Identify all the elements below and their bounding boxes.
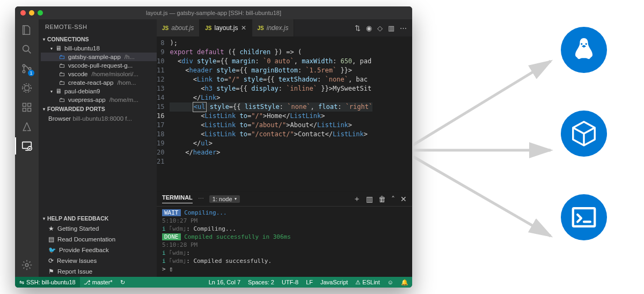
- extensions-icon[interactable]: [20, 101, 33, 114]
- svg-point-1: [23, 64, 25, 67]
- ssh-host[interactable]: ▾ 🖥 bill-ubuntu18: [41, 44, 157, 53]
- svg-point-4: [23, 84, 32, 93]
- help-issues[interactable]: ⟳ Review Issues: [39, 255, 157, 266]
- activity-bar: 1: [15, 19, 39, 277]
- feedback-icon[interactable]: ☺: [384, 279, 397, 285]
- remote-indicator[interactable]: ⇋SSH: bill-ubuntu18: [15, 277, 80, 288]
- settings-gear-icon[interactable]: [20, 259, 33, 271]
- tab-actions: ⇅ ◉ ◇ ▥ ⋯: [355, 19, 412, 36]
- help-report[interactable]: ⚑ Report Issue: [39, 266, 157, 277]
- editor-tabs: JS about.jsJS layout.js ✕JS index.js ⇅ ◉…: [157, 19, 412, 36]
- eslint-status[interactable]: ⚠ESLint: [352, 279, 383, 286]
- remote-folder[interactable]: 🗀 vscode/home/misolori/...: [41, 70, 157, 78]
- star-icon: ★: [48, 225, 54, 232]
- remote-explorer-icon[interactable]: [20, 139, 33, 152]
- help-book[interactable]: ▤ Read Documentation: [39, 234, 157, 245]
- new-terminal-icon[interactable]: ＋: [353, 194, 361, 204]
- svg-rect-6: [23, 104, 26, 107]
- svg-rect-16: [573, 208, 595, 226]
- linux-icon: [561, 27, 607, 73]
- ssh-host[interactable]: ▾ 🖥 paul-debian9: [41, 87, 157, 95]
- svg-rect-8: [28, 108, 31, 112]
- terminal-selector[interactable]: 1: node ▾: [209, 195, 240, 203]
- folder-icon: 🗀: [59, 54, 65, 60]
- container-icon: [561, 111, 607, 157]
- sidebar-remote-ssh: REMOTE-SSH ▾CONNECTIONS ▾ 🖥 bill-ubuntu1…: [39, 19, 157, 277]
- svg-point-5: [24, 85, 29, 90]
- open-changes-icon[interactable]: ◇: [377, 24, 383, 32]
- search-icon[interactable]: [20, 43, 33, 56]
- tab-about-js[interactable]: JS about.js: [157, 19, 200, 36]
- cursor-position[interactable]: Ln 16, Col 7: [205, 279, 244, 285]
- status-bar: ⇋SSH: bill-ubuntu18 ⎇master* ↻ Ln 16, Co…: [15, 277, 412, 288]
- book-icon: ▤: [48, 236, 54, 243]
- panel-more-icon[interactable]: ⋯: [198, 195, 204, 202]
- warning-icon: ⚠: [355, 279, 361, 286]
- split-editor-icon[interactable]: ▥: [388, 24, 394, 32]
- folder-icon: 🗀: [59, 71, 65, 77]
- issues-icon: ⟳: [48, 257, 54, 264]
- debug-icon[interactable]: [20, 82, 33, 94]
- section-ports[interactable]: ▾FORWARDED PORTS: [39, 104, 157, 114]
- tab-layout-js[interactable]: JS layout.js ✕: [200, 19, 252, 36]
- target-icons: [561, 27, 607, 240]
- remote-folder[interactable]: 🗀 vuepress-app/home/m...: [41, 95, 157, 104]
- scm-icon[interactable]: 1: [20, 62, 33, 75]
- remote-folder[interactable]: 🗀 create-react-app/hom...: [41, 78, 157, 87]
- tab-index-js[interactable]: JS index.js: [252, 19, 295, 36]
- terminal-panel: TERMINAL ⋯ 1: node ▾ ＋ ▥ 🗑 ˄ ✕ WAIT Comp…: [157, 191, 412, 277]
- svg-rect-7: [23, 108, 26, 112]
- twitter-icon: 🐦: [48, 246, 56, 254]
- help-star[interactable]: ★ Getting Started: [39, 223, 157, 234]
- close-panel-icon[interactable]: ✕: [400, 195, 407, 203]
- git-branch[interactable]: ⎇master*: [80, 279, 116, 286]
- editor-area: JS about.jsJS layout.js ✕JS index.js ⇅ ◉…: [157, 19, 412, 277]
- terminal-tab[interactable]: TERMINAL: [162, 194, 193, 203]
- scm-badge: 1: [28, 70, 34, 76]
- folder-icon: 🗀: [59, 97, 65, 103]
- eol[interactable]: LF: [302, 279, 317, 285]
- remote-icon: ⇋: [19, 279, 24, 286]
- section-connections[interactable]: ▾CONNECTIONS: [39, 34, 157, 44]
- svg-line-15: [413, 157, 551, 236]
- remote-folder[interactable]: 🗀 gatsby-sample-app/h...: [41, 53, 157, 61]
- language-mode[interactable]: JavaScript: [317, 279, 352, 285]
- git-sync[interactable]: ↻: [116, 279, 129, 286]
- folder-icon: 🗀: [59, 62, 65, 69]
- maximize-panel-icon[interactable]: ˄: [391, 195, 395, 203]
- compare-icon[interactable]: ⇅: [355, 24, 361, 32]
- report-icon: ⚑: [48, 268, 54, 275]
- split-terminal-icon[interactable]: ▥: [366, 195, 373, 203]
- help-twitter[interactable]: 🐦 Provide Feedback: [39, 245, 157, 255]
- explorer-icon[interactable]: [20, 24, 33, 36]
- folder-icon: 🗀: [59, 79, 65, 86]
- close-icon[interactable]: ✕: [241, 24, 246, 32]
- remote-folder[interactable]: 🗀 vscode-pull-request-g...: [41, 61, 157, 70]
- sidebar-title: REMOTE-SSH: [39, 19, 157, 34]
- terminal-output[interactable]: WAIT Compiling... 5:10:27 PMi ｢wdm｣: Com…: [157, 207, 412, 277]
- terminal-icon: [561, 194, 607, 240]
- indent[interactable]: Spaces: 2: [244, 279, 278, 285]
- notifications-icon[interactable]: 🔔: [397, 279, 412, 286]
- svg-rect-9: [28, 104, 31, 107]
- svg-point-2: [23, 70, 25, 72]
- more-icon[interactable]: ⋯: [400, 24, 407, 32]
- monitor-icon: 🖥: [55, 88, 62, 94]
- trash-icon[interactable]: 🗑: [378, 195, 386, 203]
- azure-icon[interactable]: [20, 120, 33, 133]
- window-title: layout.js — gatsby-sample-app [SSH: bill…: [15, 10, 412, 16]
- encoding[interactable]: UTF-8: [278, 279, 302, 285]
- titlebar: layout.js — gatsby-sample-app [SSH: bill…: [15, 6, 412, 19]
- svg-point-12: [25, 263, 28, 267]
- svg-point-0: [23, 46, 29, 52]
- monitor-icon: 🖥: [55, 45, 62, 52]
- forwarded-port-row[interactable]: Browser bill-ubuntu18:8000 f...: [39, 114, 157, 123]
- preview-icon[interactable]: ◉: [366, 24, 372, 32]
- code-editor[interactable]: 89101112131415161718192021 );export defa…: [157, 36, 412, 191]
- svg-line-13: [413, 61, 551, 145]
- arrows-graphic: [413, 38, 564, 252]
- vscode-window: layout.js — gatsby-sample-app [SSH: bill…: [15, 6, 412, 288]
- section-help[interactable]: ▾HELP AND FEEDBACK: [39, 214, 157, 223]
- branch-icon: ⎇: [84, 279, 91, 286]
